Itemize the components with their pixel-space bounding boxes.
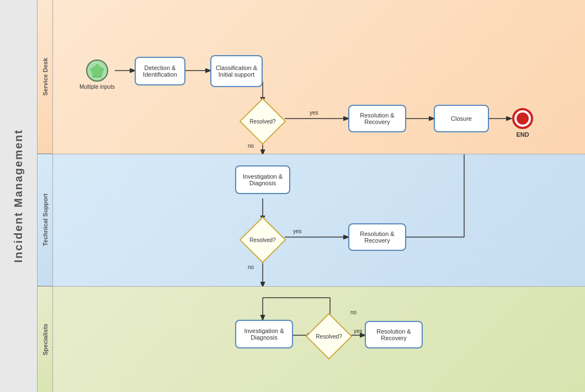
svg-text:no: no (248, 264, 254, 270)
detection-label: Detection & Identification (143, 65, 177, 78)
svg-text:no: no (350, 309, 357, 315)
lane-1-arrows: yes no (53, 0, 585, 154)
investigation-3-label: Investigation & Diagnosis (244, 327, 284, 341)
end-event-icon (517, 112, 529, 125)
diagram-title-text: Incident Management (12, 129, 25, 262)
resolution-2-box: Resolution & Recovery (348, 223, 406, 251)
diamond-2: Resolved? (243, 221, 282, 259)
start-event-label: Multiple inputs (76, 84, 118, 90)
lane-service-desk: Service Desk (38, 0, 585, 154)
lane-2-arrows: yes no (53, 154, 585, 286)
lane-3-label-container: Specialists (38, 287, 53, 392)
lane-3-label-text: Specialists (42, 324, 49, 355)
diamond-1-label: Resolved? (249, 119, 275, 125)
lane-3-content: no yes Investigation & Diagnosis Resolve… (53, 287, 585, 392)
lane-2-label-text: Technical Support (42, 194, 49, 246)
end-event (512, 108, 533, 129)
diamond-1: Resolved? (243, 102, 282, 141)
svg-text:no: no (248, 143, 254, 149)
svg-text:yes: yes (310, 110, 318, 116)
start-event (86, 60, 108, 82)
lane-1-content: yes no Multiple inputs Detection & Ident… (53, 0, 585, 154)
closure-box: Closure (434, 105, 489, 132)
detection-box: Detection & Identification (135, 57, 185, 85)
lane-1-label-container: Service Desk (38, 0, 53, 154)
lane-1-label-text: Service Desk (42, 58, 49, 96)
investigation-2-box: Investigation & Diagnosis (235, 165, 290, 194)
classification-box: Classification & Initial support (210, 55, 263, 87)
resolution-1-box: Resolution & Recovery (348, 105, 406, 132)
lane-2-content: yes no Investigation & Diagnosis Resolve… (53, 154, 585, 286)
classification-label: Classification & Initial support (216, 65, 257, 78)
diagram-container: Incident Management Service Desk (0, 0, 585, 392)
lane-technical-support: Technical Support (38, 154, 585, 287)
investigation-2-label: Investigation & Diagnosis (243, 173, 283, 186)
start-event-icon (91, 64, 104, 77)
resolution-1-label: Resolution & Recovery (360, 112, 394, 125)
lane-2-label-container: Technical Support (38, 154, 53, 286)
closure-label: Closure (451, 115, 472, 122)
svg-text:yes: yes (354, 328, 363, 334)
lane-specialists: Specialists no (38, 287, 585, 392)
diamond-3: Resolved? (310, 317, 348, 356)
diamond-2-label: Resolved? (249, 237, 275, 243)
svg-text:yes: yes (293, 228, 302, 234)
swim-lanes-area: Service Desk (38, 0, 585, 392)
resolution-2-label: Resolution & Recovery (360, 230, 394, 244)
investigation-3-box: Investigation & Diagnosis (235, 320, 293, 348)
diamond-3-label: Resolved? (316, 334, 342, 340)
resolution-3-label: Resolution & Recovery (376, 328, 411, 341)
resolution-3-box: Resolution & Recovery (365, 321, 423, 348)
end-event-label: END (509, 131, 536, 138)
diagram-title-label: Incident Management (0, 0, 38, 392)
